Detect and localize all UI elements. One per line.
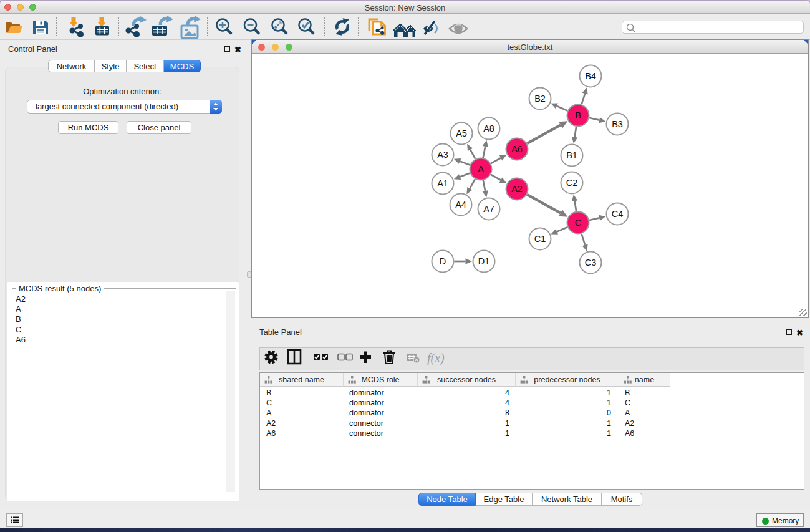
svg-text:A5: A5 xyxy=(456,128,467,138)
svg-text:A1: A1 xyxy=(437,178,448,188)
svg-text:D: D xyxy=(440,256,446,266)
svg-text:C1: C1 xyxy=(534,234,546,244)
svg-text:C2: C2 xyxy=(566,178,578,188)
svg-text:B4: B4 xyxy=(585,71,596,81)
svg-text:D1: D1 xyxy=(478,256,490,266)
svg-text:A3: A3 xyxy=(437,150,448,160)
svg-text:C4: C4 xyxy=(612,209,624,219)
svg-text:B3: B3 xyxy=(612,119,623,129)
svg-text:A8: A8 xyxy=(483,123,494,133)
svg-text:B: B xyxy=(575,110,581,120)
svg-text:A: A xyxy=(478,164,484,174)
svg-text:A7: A7 xyxy=(483,204,494,214)
svg-text:A4: A4 xyxy=(455,200,466,210)
svg-text:C: C xyxy=(575,218,581,228)
svg-text:A6: A6 xyxy=(511,144,523,154)
svg-text:B1: B1 xyxy=(566,150,577,160)
svg-text:A2: A2 xyxy=(511,184,523,194)
svg-text:B2: B2 xyxy=(534,94,546,104)
svg-text:C3: C3 xyxy=(585,258,597,268)
